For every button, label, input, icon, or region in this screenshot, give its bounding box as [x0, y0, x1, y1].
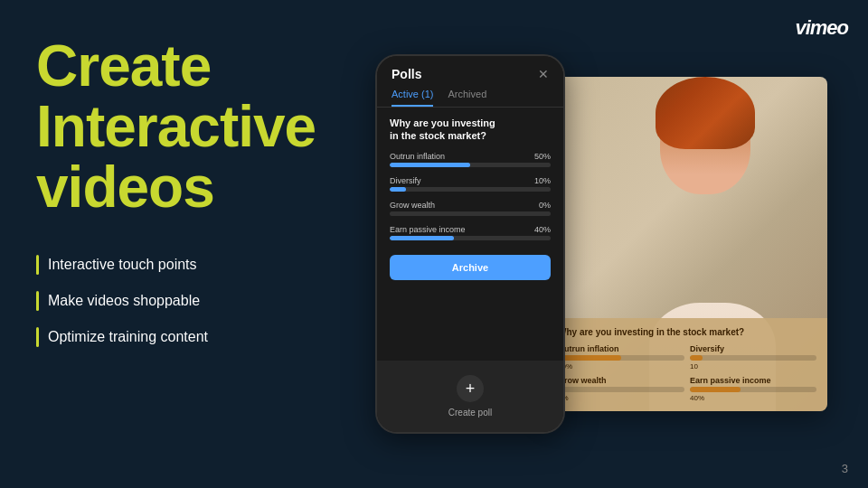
bullet-text-3: Optimize training content — [48, 329, 208, 345]
poll-option-pct-1: 50% — [534, 152, 551, 161]
phone-tabs: Active (1) Archived — [377, 81, 563, 108]
overlay-item-1: Outrun inflation 50% — [558, 344, 684, 371]
poll-question: Why are you investingin the stock market… — [390, 117, 551, 143]
video-background: Why are you investing in the stock marke… — [547, 77, 827, 411]
poll-option-label-3: Grow wealth — [390, 201, 435, 210]
create-poll-label: Create poll — [448, 408, 492, 418]
phone-header: Polls ✕ — [377, 56, 563, 81]
poll-option-1: Outrun inflation 50% — [390, 152, 551, 167]
create-poll-plus-button[interactable]: + — [457, 375, 484, 402]
bullet-bar-2 — [36, 291, 39, 311]
phone-close-button[interactable]: ✕ — [538, 67, 549, 81]
overlay-label-4: Earn passive income — [690, 376, 816, 385]
phone-body: Why are you investingin the stock market… — [377, 108, 563, 361]
overlay-pct-4: 40% — [690, 394, 816, 402]
poll-option-label-1: Outrun inflation — [390, 152, 445, 161]
bullet-list: Interactive touch points Make videos sho… — [36, 255, 307, 347]
overlay-label-1: Outrun inflation — [558, 344, 684, 353]
overlay-item-4: Earn passive income 40% — [690, 376, 816, 402]
poll-option-pct-4: 40% — [534, 225, 551, 234]
overlay-pct-1: 50% — [558, 362, 684, 371]
overlay-label-3: Grow wealth — [558, 376, 684, 385]
poll-overlay-grid: Outrun inflation 50% Diversify 10 Grow w… — [558, 344, 816, 402]
right-panel: vimeo 3 Polls ✕ Active (1) Archived Why … — [335, 0, 868, 488]
poll-option-label-2: Diversify — [390, 176, 421, 185]
overlay-item-2: Diversify 10 — [690, 344, 816, 371]
overlay-item-3: Grow wealth 0% — [558, 376, 684, 402]
overlay-pct-2: 10 — [690, 362, 816, 371]
bullet-bar-1 — [36, 255, 39, 275]
main-title: Create Interactive videos — [36, 36, 307, 219]
tab-active[interactable]: Active (1) — [392, 89, 433, 107]
vimeo-logo: vimeo — [795, 16, 848, 40]
bullet-item-1: Interactive touch points — [36, 255, 307, 275]
phone-header-title: Polls — [392, 67, 421, 81]
overlay-pct-3: 0% — [558, 394, 684, 402]
poll-overlay: Why are you investing in the stock marke… — [547, 318, 827, 411]
bullet-bar-3 — [36, 327, 39, 347]
person-hair — [656, 77, 755, 149]
bullet-text-2: Make videos shoppable — [48, 293, 200, 309]
poll-option-4: Earn passive income 40% — [390, 225, 551, 240]
bullet-text-1: Interactive touch points — [48, 257, 197, 273]
left-panel: Create Interactive videos Interactive to… — [0, 0, 335, 488]
page-number: 3 — [842, 462, 848, 475]
poll-option-pct-2: 10% — [534, 176, 551, 185]
overlay-label-2: Diversify — [690, 344, 816, 353]
poll-overlay-title: Why are you investing in the stock marke… — [558, 327, 816, 337]
poll-option-3: Grow wealth 0% — [390, 201, 551, 216]
tab-archived[interactable]: Archived — [448, 89, 486, 107]
person-head — [660, 95, 750, 194]
bullet-item-2: Make videos shoppable — [36, 291, 307, 311]
phone-mockup: Polls ✕ Active (1) Archived Why are you … — [375, 54, 565, 434]
poll-option-2: Diversify 10% — [390, 176, 551, 192]
create-poll-section: + Create poll — [377, 361, 563, 432]
poll-option-label-4: Earn passive income — [390, 225, 466, 234]
archive-button[interactable]: Archive — [390, 255, 551, 280]
composite-area: Polls ✕ Active (1) Archived Why are you … — [339, 27, 863, 461]
poll-option-pct-3: 0% — [539, 201, 551, 210]
bullet-item-3: Optimize training content — [36, 327, 307, 347]
video-frame: Why are you investing in the stock marke… — [547, 77, 827, 411]
